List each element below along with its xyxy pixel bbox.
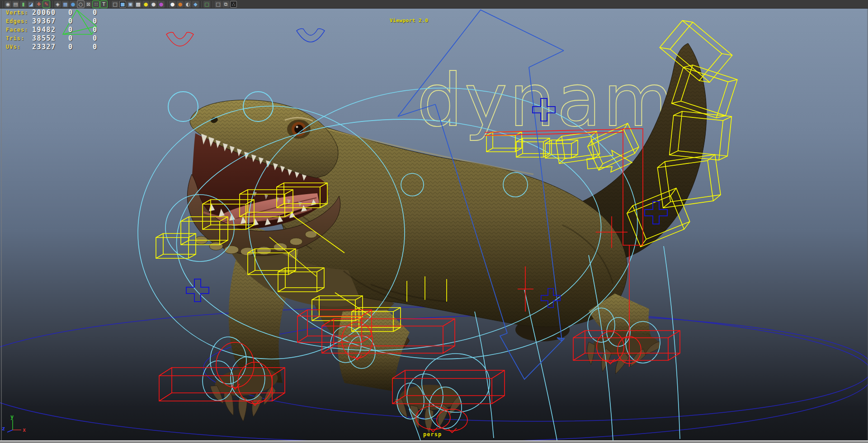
panel-bottom-border — [0, 440, 868, 443]
toolbar-icon-glyph: ✚ — [37, 2, 41, 7]
hud-row-col2: 0 — [68, 43, 72, 51]
panel-toolbar: ◉▤▮◪✚✎◈▦●○⊠∷T□■▣▩●●●●●◐◆▢□⧉∴ — [0, 0, 868, 9]
hud-row-label: Edges: — [6, 18, 28, 24]
panel-left-border — [1, 9, 2, 440]
axis-x-label: x — [23, 427, 26, 433]
toolbar-separator — [165, 1, 168, 8]
hud-row-col2: 0 — [68, 26, 72, 34]
toolbar-icon-glyph: ● — [159, 2, 164, 7]
toolbar-icon-glyph: ○ — [79, 2, 83, 7]
toolbar-separator — [211, 1, 214, 8]
textured-cube-icon[interactable]: ▣ — [127, 1, 134, 8]
joints-display-icon[interactable]: ∷ — [93, 1, 99, 8]
toolbar-icon-glyph: ● — [170, 2, 175, 7]
isolate-select-icon[interactable]: ▢ — [203, 1, 210, 8]
hud-row-value: 20060 — [32, 9, 56, 17]
hud-row-col3: 0 — [93, 9, 97, 17]
camera-attributes-icon[interactable]: ▤ — [12, 1, 19, 8]
hud-row-label: Faces: — [6, 27, 28, 33]
toolbar-icon-glyph: ◆ — [193, 2, 197, 7]
toolbar-icon-glyph: ∴ — [232, 2, 235, 7]
toolbar-icon-glyph: □ — [113, 2, 117, 7]
hud-row-col2: 0 — [68, 17, 72, 25]
toolbar-icon-glyph: ● — [178, 2, 183, 7]
checkered-material-icon[interactable]: ▩ — [135, 1, 142, 8]
all-lights-icon[interactable]: ● — [142, 1, 149, 8]
hud-row-value: 38552 — [32, 34, 56, 42]
toolbar-separator — [51, 1, 53, 8]
hud-text-icon[interactable]: T — [100, 1, 107, 8]
view-axis-indicator: y x z — [2, 414, 26, 433]
maya-viewport-window: dynami — [0, 0, 868, 443]
toolbar-icon-glyph: ▦ — [63, 2, 67, 7]
hud-row-label: Verts: — [6, 9, 28, 16]
toolbar-icon-glyph: T — [102, 2, 105, 7]
toolbar-icon-glyph: ● — [144, 2, 148, 7]
shadows-icon[interactable]: ● — [169, 1, 176, 8]
hud-row-value: 23327 — [32, 43, 56, 51]
toolbar-icon-glyph: □ — [216, 2, 220, 7]
toolbar-drag-handle — [1, 1, 4, 8]
hud-row: Verts: 20060 0 0 — [0, 9, 136, 18]
toolbar-icon-glyph: ◉ — [6, 2, 10, 7]
hud-row-col2: 0 — [68, 9, 72, 17]
toolbar-icon-glyph: ∷ — [94, 2, 98, 7]
bookmarks-icon[interactable]: ▮ — [20, 1, 27, 8]
toolbar-icon-glyph: ⊠ — [86, 2, 90, 7]
ambient-occlusion-icon[interactable]: ● — [177, 1, 184, 8]
hud-row: UVs: 23327 0 0 — [0, 44, 136, 52]
axis-y-label: y — [10, 414, 14, 420]
layer-overrides-icon[interactable]: ⧉ — [222, 1, 229, 8]
hud-row-col3: 0 — [93, 43, 97, 51]
camera-name-label[interactable]: persp — [423, 431, 442, 438]
default-material-cube-icon[interactable]: □ — [112, 1, 118, 8]
motion-blur-icon[interactable]: ◐ — [184, 1, 191, 8]
toolbar-icon-glyph: ◪ — [28, 2, 33, 7]
hud-row-col3: 0 — [93, 26, 97, 34]
hud-row-value: 19482 — [32, 26, 56, 34]
pan-zoom-icon[interactable]: ✚ — [35, 1, 42, 8]
toolbar-icon-glyph: ● — [151, 2, 156, 7]
selected-lights-icon[interactable]: ● — [158, 1, 165, 8]
hud-row-col3: 0 — [93, 17, 97, 25]
hud-row-label: UVs: — [6, 44, 21, 50]
shaded-cube-icon[interactable]: ■ — [119, 1, 126, 8]
toolbar-icon-glyph: ▣ — [128, 2, 132, 7]
viewport-canvas[interactable]: dynami — [0, 0, 868, 443]
textured-display-icon[interactable]: ⊠ — [85, 1, 92, 8]
hud-row: Faces: 19482 0 0 — [0, 27, 136, 35]
multisample-aa-icon[interactable]: ◆ — [192, 1, 199, 8]
toolbar-icon-glyph: ▮ — [22, 2, 24, 7]
hud-row: Edges: 39367 0 0 — [0, 18, 136, 27]
hud-row: Tris: 38552 0 0 — [0, 35, 136, 44]
toolbar-separator — [200, 1, 203, 8]
poly-count-hud: Verts: 20060 0 0 Edges: 39367 0 0 Faces:… — [0, 9, 136, 52]
toolbar-icon-glyph: ▤ — [13, 2, 18, 7]
toolbar-icon-glyph: ● — [71, 2, 75, 7]
plugin-shapes-icon[interactable]: □ — [215, 1, 222, 8]
toolbar-icon-glyph: ◐ — [186, 2, 190, 7]
hud-row-col3: 0 — [93, 34, 97, 42]
image-plane-icon[interactable]: ◪ — [28, 1, 34, 8]
select-camera-icon[interactable]: ◉ — [5, 1, 11, 8]
smooth-shade-icon[interactable]: ● — [70, 1, 76, 8]
renderer-label: Viewport 2.0 — [390, 18, 428, 23]
toolbar-separator — [108, 1, 111, 8]
toolbar-icon-glyph: ◈ — [56, 2, 59, 7]
wireframe-display-icon[interactable]: ◈ — [54, 1, 61, 8]
film-gate-icon[interactable]: ▦ — [62, 1, 69, 8]
toolbar-icon-glyph: ▩ — [136, 2, 140, 7]
toolbar-icon-glyph: ✎ — [44, 2, 48, 7]
default-lighting-icon[interactable]: ● — [150, 1, 157, 8]
hud-row-col2: 0 — [68, 34, 72, 42]
grease-pencil-icon[interactable]: ✎ — [43, 1, 50, 8]
toolbar-icon-glyph: ▢ — [204, 2, 209, 7]
hud-row-label: Tris: — [6, 35, 24, 42]
hud-row-value: 39367 — [32, 17, 56, 25]
axis-z-label: z — [2, 425, 5, 432]
viewport-connections-icon[interactable]: ∴ — [230, 1, 237, 8]
toolbar-icon-glyph: ⧉ — [224, 2, 228, 7]
wireframe-on-shaded-icon[interactable]: ○ — [77, 1, 84, 8]
toolbar-icon-glyph: ■ — [120, 2, 125, 7]
